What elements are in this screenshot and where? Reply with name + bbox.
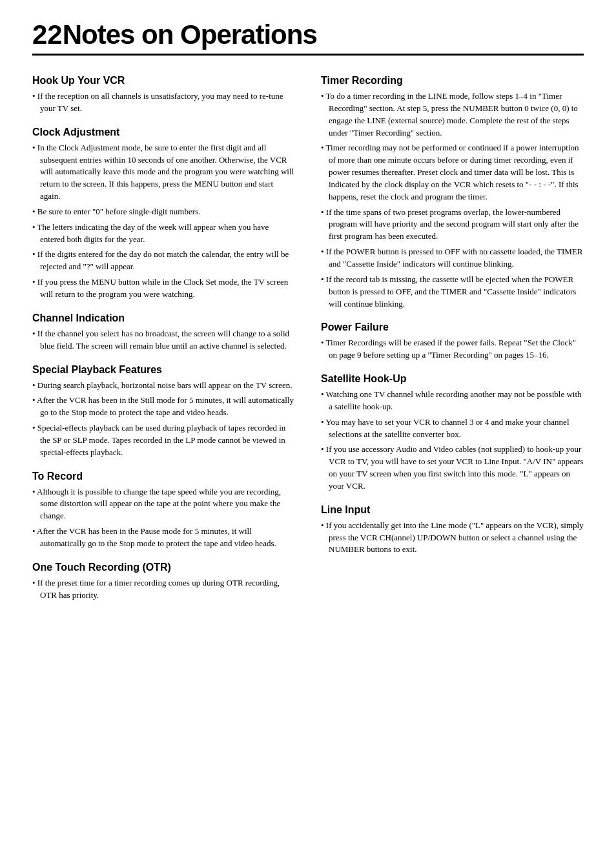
section-clock-adjustment: Clock AdjustmentIn the Clock Adjustment … bbox=[32, 127, 295, 301]
list-item: Special-effects playback can be used dur… bbox=[32, 422, 295, 459]
section-title-clock-adjustment: Clock Adjustment bbox=[32, 127, 295, 138]
section-title-channel-indication: Channel Indication bbox=[32, 312, 295, 324]
list-item: If the record tab is missing, the casset… bbox=[321, 274, 584, 311]
section-list-satellite-hookup: Watching one TV channel while recording … bbox=[321, 389, 584, 493]
list-item: The letters indicating the day of the we… bbox=[32, 221, 295, 246]
section-title-to-record: To Record bbox=[32, 471, 295, 482]
list-item: In the Clock Adjustment mode, be sure to… bbox=[32, 142, 295, 203]
section-title-special-playback: Special Playback Features bbox=[32, 364, 295, 376]
list-item: During search playback, horizontal noise… bbox=[32, 380, 295, 392]
list-item: To do a timer recording in the LINE mode… bbox=[321, 90, 584, 139]
section-channel-indication: Channel IndicationIf the channel you sel… bbox=[32, 312, 295, 352]
list-item: If you use accessory Audio and Video cab… bbox=[321, 444, 584, 492]
left-column: Hook Up Your VCRIf the reception on all … bbox=[32, 75, 295, 613]
list-item: If you press the MENU button while in th… bbox=[32, 276, 295, 301]
section-to-record: To RecordAlthough it is possible to chan… bbox=[32, 471, 295, 550]
list-item: If the digits entered for the day do not… bbox=[32, 249, 295, 273]
list-item: If the POWER button is pressed to OFF wi… bbox=[321, 246, 584, 271]
section-title-one-touch-recording: One Touch Recording (OTR) bbox=[32, 562, 295, 573]
section-list-special-playback: During search playback, horizontal noise… bbox=[32, 380, 295, 459]
page-header: 22Notes on Operations bbox=[32, 19, 584, 56]
section-title-hook-up-vcr: Hook Up Your VCR bbox=[32, 75, 295, 87]
section-title-power-failure: Power Failure bbox=[321, 322, 584, 333]
list-item: Timer recording may not be performed or … bbox=[321, 142, 584, 203]
section-list-hook-up-vcr: If the reception on all channels is unsa… bbox=[32, 90, 295, 115]
section-title-satellite-hookup: Satellite Hook-Up bbox=[321, 373, 584, 385]
section-line-input: Line InputIf you accidentally get into t… bbox=[321, 504, 584, 557]
section-power-failure: Power FailureTimer Recordings will be er… bbox=[321, 322, 584, 362]
section-title-timer-recording: Timer Recording bbox=[321, 75, 584, 87]
section-list-timer-recording: To do a timer recording in the LINE mode… bbox=[321, 90, 584, 310]
list-item: If the channel you select has no broadca… bbox=[32, 328, 295, 352]
section-special-playback: Special Playback FeaturesDuring search p… bbox=[32, 364, 295, 459]
list-item: If the preset time for a timer recording… bbox=[32, 577, 295, 602]
section-list-to-record: Although it is possible to change the ta… bbox=[32, 486, 295, 550]
right-column: Timer RecordingTo do a timer recording i… bbox=[321, 75, 584, 613]
list-item: Although it is possible to change the ta… bbox=[32, 486, 295, 523]
list-item: If the time spans of two preset programs… bbox=[321, 207, 584, 243]
page-number: 22 bbox=[32, 19, 63, 50]
content-grid: Hook Up Your VCRIf the reception on all … bbox=[32, 75, 584, 613]
section-title-line-input: Line Input bbox=[321, 504, 584, 516]
section-list-power-failure: Timer Recordings will be erased if the p… bbox=[321, 337, 584, 362]
page-title: Notes on Operations bbox=[63, 19, 317, 50]
section-timer-recording: Timer RecordingTo do a timer recording i… bbox=[321, 75, 584, 310]
section-one-touch-recording: One Touch Recording (OTR)If the preset t… bbox=[32, 562, 295, 602]
section-hook-up-vcr: Hook Up Your VCRIf the reception on all … bbox=[32, 75, 295, 115]
section-satellite-hookup: Satellite Hook-UpWatching one TV channel… bbox=[321, 373, 584, 493]
list-item: Timer Recordings will be erased if the p… bbox=[321, 337, 584, 362]
list-item: If you accidentally get into the Line mo… bbox=[321, 520, 584, 557]
section-list-line-input: If you accidentally get into the Line mo… bbox=[321, 520, 584, 557]
list-item: You may have to set your VCR to channel … bbox=[321, 416, 584, 441]
section-list-clock-adjustment: In the Clock Adjustment mode, be sure to… bbox=[32, 142, 295, 301]
list-item: If the reception on all channels is unsa… bbox=[32, 90, 295, 115]
list-item: Be sure to enter "0" before single-digit… bbox=[32, 206, 295, 218]
list-item: After the VCR has been in the Still mode… bbox=[32, 394, 295, 419]
section-list-one-touch-recording: If the preset time for a timer recording… bbox=[32, 577, 295, 602]
list-item: Watching one TV channel while recording … bbox=[321, 389, 584, 413]
list-item: After the VCR has been in the Pause mode… bbox=[32, 526, 295, 550]
section-list-channel-indication: If the channel you select has no broadca… bbox=[32, 328, 295, 352]
